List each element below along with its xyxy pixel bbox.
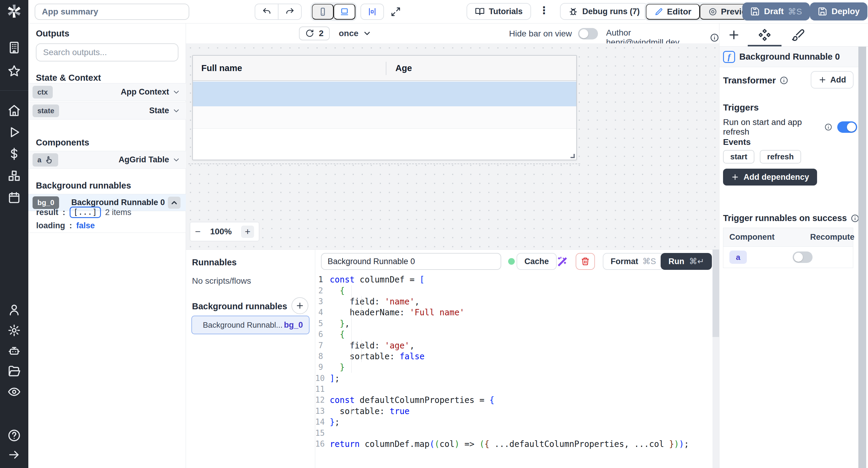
code-line[interactable]: 8 sortable: false: [315, 351, 712, 362]
recompute-toggle[interactable]: [793, 252, 812, 263]
deploy-button[interactable]: Deploy: [810, 2, 867, 21]
resize-handle[interactable]: [570, 154, 575, 158]
settings-tab-active[interactable]: [758, 28, 771, 41]
resources-boxes-icon[interactable]: [7, 169, 21, 182]
code-line[interactable]: 5 },: [315, 318, 712, 329]
favorites-star-icon[interactable]: [7, 64, 21, 78]
ai-assistant-button[interactable]: [556, 256, 567, 267]
debug-runs-button[interactable]: Debug runs (7): [560, 3, 648, 20]
zoom-in-button[interactable]: +: [241, 226, 254, 238]
align-center-button[interactable]: [361, 4, 384, 20]
component-a-row[interactable]: a AgGrid Table: [28, 151, 186, 169]
code-line[interactable]: 3 field: 'name',: [315, 296, 712, 307]
runnable-name-input[interactable]: [321, 253, 501, 270]
settings-gear-icon[interactable]: [7, 324, 21, 337]
code-line[interactable]: 7 field: 'age',: [315, 340, 712, 350]
undo-button[interactable]: [255, 4, 278, 20]
collapse-arrow-icon[interactable]: [7, 448, 21, 461]
zoom-out-button[interactable]: −: [195, 226, 201, 237]
top-toolbar: Tutorials ⋮ Debug runs (7) Editor Previe…: [28, 0, 868, 24]
canvas-grid[interactable]: Full name Age − 100% +: [186, 43, 719, 249]
desktop-view-button[interactable]: [334, 4, 355, 20]
folders-icon[interactable]: [7, 365, 21, 378]
code-line[interactable]: 14};: [315, 416, 712, 427]
insert-component-tab[interactable]: [727, 28, 741, 41]
component-key-label: a: [37, 156, 41, 164]
code-line[interactable]: 12const defaultColumnProperties = {: [315, 395, 712, 405]
hide-bar-toggle[interactable]: [578, 28, 598, 39]
ai-robot-icon[interactable]: [7, 344, 21, 358]
code-line[interactable]: 1const columnDef = [: [315, 274, 712, 285]
format-button[interactable]: Format ⌘S: [603, 253, 664, 270]
refresh-count-box[interactable]: 2: [299, 27, 330, 40]
column-header-age[interactable]: Age: [396, 63, 412, 73]
schedules-calendar-icon[interactable]: [7, 191, 21, 204]
cache-button[interactable]: Cache: [517, 253, 557, 270]
code-line[interactable]: 10];: [315, 373, 712, 384]
search-outputs-input[interactable]: [36, 43, 179, 61]
delete-runnable-button[interactable]: [576, 253, 595, 270]
selected-runnable-header: f Background Runnable 0: [719, 47, 861, 67]
home-icon[interactable]: [7, 104, 21, 117]
code-line[interactable]: 13 sortable: true: [315, 406, 712, 416]
windmill-logo-icon[interactable]: [7, 4, 22, 19]
ctx-output-row[interactable]: ctx App Context: [28, 83, 186, 101]
draft-button[interactable]: Draft ⌘S: [742, 2, 810, 21]
run-on-start-toggle[interactable]: [837, 121, 857, 133]
runs-play-icon[interactable]: [7, 126, 21, 139]
add-dependency-label: Add dependency: [744, 173, 809, 182]
code-line[interactable]: 15: [315, 427, 712, 438]
audit-eye-icon[interactable]: [7, 385, 21, 398]
trigger-success-title: Trigger runnables on success: [723, 213, 847, 223]
info-icon[interactable]: [824, 123, 832, 132]
aggrid-table-component[interactable]: Full name Age: [192, 55, 577, 160]
code-line[interactable]: 9 }: [315, 362, 712, 372]
align-center-icon: [367, 7, 377, 16]
column-header-full-name[interactable]: Full name: [201, 63, 242, 73]
app-summary-input[interactable]: [35, 4, 189, 20]
chevron-down-icon[interactable]: [172, 88, 181, 96]
collapse-row-button[interactable]: [168, 197, 181, 209]
bg-runnable-item-id: bg_0: [284, 321, 303, 330]
info-icon[interactable]: [779, 76, 788, 85]
column-divider[interactable]: [386, 62, 386, 75]
styling-tab[interactable]: [792, 28, 805, 41]
code-line[interactable]: 2 {: [315, 285, 712, 296]
component-a-badge[interactable]: a: [730, 250, 747, 264]
chevron-down-icon: [363, 29, 372, 38]
users-person-icon[interactable]: [7, 303, 21, 316]
code-content[interactable]: 1const columnDef = [2 {3 field: 'name',4…: [315, 274, 712, 449]
more-menu-button[interactable]: ⋮: [539, 4, 549, 16]
variables-dollar-icon[interactable]: [7, 147, 21, 161]
mobile-view-button[interactable]: [312, 4, 334, 20]
code-line[interactable]: 11: [315, 384, 712, 395]
chevron-down-icon[interactable]: [172, 156, 181, 164]
bg-runnable-item-selected[interactable]: Background Runnabl... bg_0: [191, 315, 310, 334]
frequency-dropdown[interactable]: once: [339, 27, 372, 40]
runnables-panel: Runnables No scripts/flows Background ru…: [186, 250, 315, 468]
info-icon[interactable]: [710, 33, 719, 42]
workspace-icon[interactable]: [7, 41, 21, 54]
code-line[interactable]: 4 headerName: 'Full name': [315, 307, 712, 318]
add-background-runnable-button[interactable]: [291, 297, 308, 314]
editor-scrollbar[interactable]: [712, 250, 719, 468]
add-dependency-button[interactable]: Add dependency: [723, 169, 817, 186]
redo-button[interactable]: [278, 4, 302, 20]
editor-tab[interactable]: Editor: [646, 4, 700, 20]
expand-canvas-button[interactable]: [391, 7, 401, 17]
table-row-selected[interactable]: [193, 81, 576, 106]
help-icon[interactable]: [7, 429, 21, 442]
result-preview-pill[interactable]: [...]: [70, 207, 101, 218]
table-row[interactable]: [193, 106, 576, 129]
run-button[interactable]: Run ⌘↵: [661, 253, 712, 270]
tutorials-button[interactable]: Tutorials: [467, 3, 531, 20]
state-output-row[interactable]: state State: [28, 102, 186, 120]
result-row[interactable]: result : [...] 2 items: [36, 207, 131, 218]
code-line[interactable]: 16return columnDef.map((col) => ({ ...de…: [315, 438, 712, 449]
code-line[interactable]: 6 {: [315, 329, 712, 340]
right-panel-scrollbar[interactable]: [858, 47, 866, 468]
outputs-title: Outputs: [36, 29, 69, 38]
add-transformer-button[interactable]: Add: [811, 71, 854, 89]
monitor-icon: [340, 7, 349, 16]
chevron-down-icon[interactable]: [172, 107, 181, 115]
